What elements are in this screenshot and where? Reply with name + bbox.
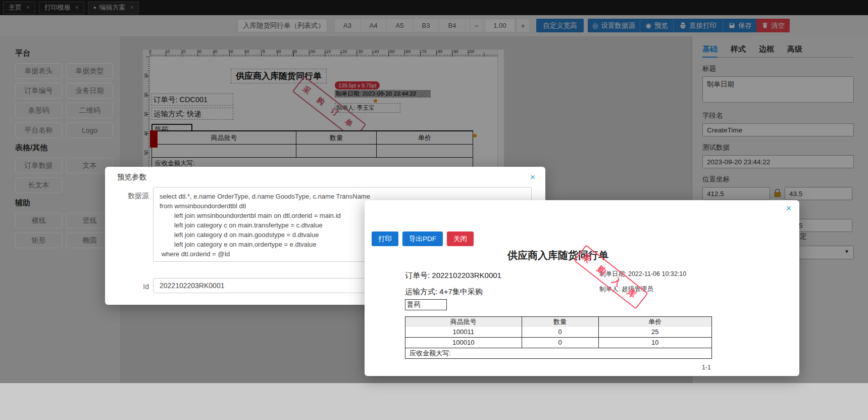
close-icon[interactable]: ×	[530, 173, 535, 181]
close-preview-button[interactable]: 关闭	[447, 231, 474, 246]
preview-transport: 运输方式: 4+7集中采购	[405, 287, 483, 297]
table-row: 100010 0 10	[405, 337, 711, 348]
modal-header: 预览参数 ×	[105, 167, 545, 187]
preview-doc-title: 供应商入库随货同行单	[405, 249, 711, 262]
preview-table-footer: 应收金额大写:	[405, 348, 711, 358]
modal-title: 预览参数	[117, 172, 146, 182]
preview-table-body: 100011 0 25 100010 0 10	[405, 327, 711, 348]
id-label: Id	[105, 278, 153, 293]
preview-document: 供应商入库随货同行单 订单号: 2022102203RK0001 制单日期: 2…	[405, 249, 711, 373]
print-template-designer: 主页 × 打印模板 × ● 编辑方案 × A3A4A5B3B4B5 − + 自定…	[0, 0, 868, 420]
print-preview-modal: × 打印 导出PDF 关闭 供应商入库随货同行单 订单号: 2022102203…	[365, 200, 799, 376]
preview-header-cell: 商品批号	[405, 317, 522, 327]
preview-header-cell: 数量	[522, 317, 598, 327]
table-row: 100011 0 25	[405, 327, 711, 337]
page-indicator: 1-1	[702, 364, 711, 371]
preview-goods-type: 普药	[405, 299, 447, 310]
preview-table: 商品批号数量单价 100011 0 25 100010 0 10 应收金额大写:	[405, 316, 712, 359]
datasource-label: 数据源	[105, 187, 153, 262]
print-button[interactable]: 打印	[372, 231, 398, 246]
preview-actions: 打印 导出PDF 关闭	[372, 231, 474, 246]
preview-order-no: 订单号: 2022102203RK0001	[405, 271, 501, 281]
preview-table-header: 商品批号数量单价	[405, 317, 711, 327]
preview-header-cell: 单价	[598, 317, 711, 327]
bottom-bar	[0, 383, 868, 420]
close-icon[interactable]: ×	[786, 203, 791, 214]
export-pdf-button[interactable]: 导出PDF	[402, 231, 443, 246]
